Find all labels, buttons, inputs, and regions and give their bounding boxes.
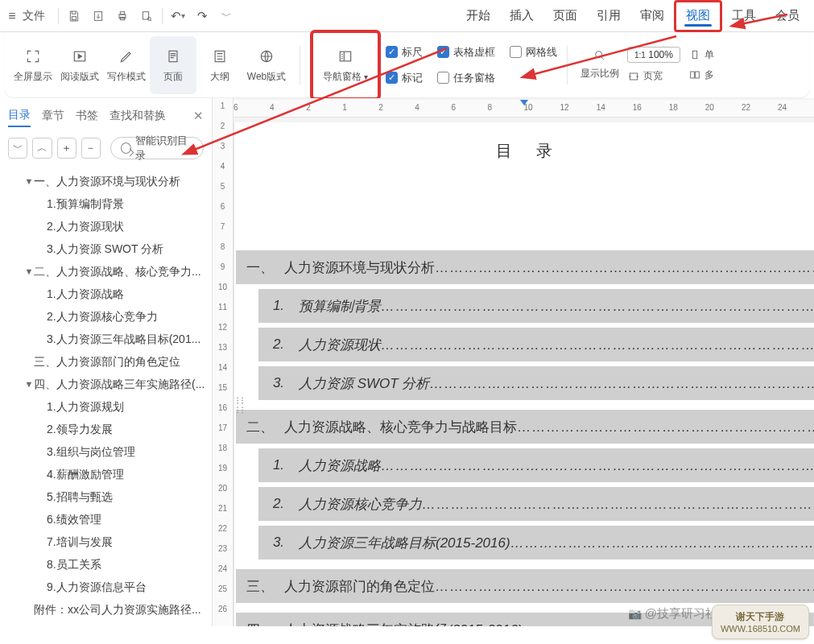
- tree-item[interactable]: 3.人力资源三年战略目标(201...: [6, 328, 209, 350]
- toc-row[interactable]: 一、人力资源环境与现状分析: [236, 250, 814, 284]
- tree-item-label: 8.员工关系: [47, 553, 101, 576]
- collapse-up-button[interactable]: ︿: [32, 138, 52, 159]
- export-icon[interactable]: [88, 6, 109, 27]
- zoom-button[interactable]: 显示比例: [581, 49, 619, 80]
- tree-item[interactable]: 7.培训与发展: [6, 530, 209, 553]
- tree-item[interactable]: ▼一、人力资源环境与现状分析: [6, 170, 209, 192]
- outline-button[interactable]: 大纲: [196, 36, 243, 94]
- menu-tab-会员[interactable]: 会员: [766, 0, 809, 32]
- save-icon[interactable]: [64, 6, 85, 27]
- toc-row[interactable]: 1.预算编制背景: [258, 289, 814, 323]
- toc-row[interactable]: 三、人力资源部门的角色定位: [236, 569, 814, 603]
- tree-item[interactable]: 1.人力资源规划: [6, 395, 209, 418]
- tree-item-label: 7.培训与发展: [47, 530, 113, 553]
- check-gridlines[interactable]: 网格线: [510, 45, 557, 60]
- more-dropdown-icon[interactable]: ﹀: [216, 6, 237, 27]
- toc-tree[interactable]: ▼一、人力资源环境与现状分析1.预算编制背景2.人力资源现状3.人力资源 SWO…: [0, 167, 212, 626]
- reading-layout-button[interactable]: 阅读版式: [56, 36, 103, 94]
- tree-item[interactable]: 2.人力资源核心竞争力: [6, 305, 209, 328]
- fullscreen-button[interactable]: 全屏显示: [10, 36, 56, 94]
- writing-mode-button[interactable]: 写作模式: [103, 36, 150, 94]
- vruler-tick: 19: [213, 464, 233, 473]
- hamburger-icon[interactable]: ≡: [5, 9, 19, 23]
- tab-chapter[interactable]: 章节: [42, 105, 64, 126]
- toc-text: 人力资源三年战略目标(2015-2016): [299, 534, 814, 552]
- vruler-tick: 5: [213, 182, 233, 191]
- preview-icon[interactable]: [136, 6, 157, 27]
- toc-row[interactable]: 2.人力资源核心竞争力: [258, 487, 814, 521]
- tree-item[interactable]: 1.预算编制背景: [6, 192, 209, 215]
- toc-row[interactable]: 1.人力资源战略: [258, 448, 814, 482]
- toc-row[interactable]: 3.人力资源三年战略目标(2015-2016): [258, 526, 814, 559]
- tree-item[interactable]: 9.人力资源信息平台: [6, 576, 209, 598]
- toc-row[interactable]: 二、人力资源战略、核心竞争力与战略目标: [236, 410, 814, 444]
- multi-page-button[interactable]: 多: [688, 68, 714, 82]
- hruler-tick: 4: [270, 103, 275, 112]
- menu-tab-开始[interactable]: 开始: [457, 0, 500, 32]
- remove-heading-button[interactable]: －: [81, 138, 101, 159]
- tree-item[interactable]: 2.人力资源现状: [6, 215, 209, 237]
- tab-find-replace[interactable]: 查找和替换: [109, 105, 166, 126]
- tree-item[interactable]: ▼二、人力资源战略、核心竞争力...: [6, 260, 209, 283]
- vruler-tick: 18: [213, 444, 233, 452]
- page-layout-button[interactable]: 页面: [150, 36, 196, 94]
- tree-item-label: 2.人力资源核心竞争力: [47, 305, 158, 328]
- vruler-tick: 12: [213, 323, 233, 332]
- menu-tab-视图[interactable]: 视图: [674, 0, 722, 32]
- close-icon[interactable]: ✕: [193, 109, 204, 123]
- redo-icon[interactable]: ↷: [192, 6, 213, 27]
- page-icon: [165, 46, 181, 67]
- tree-item[interactable]: 4.薪酬激励管理: [6, 463, 209, 485]
- tree-item[interactable]: 8.员工关系: [6, 553, 209, 576]
- toc-text: 人力资源战略、核心竞争力与战略目标: [284, 418, 814, 436]
- nav-pane-button[interactable]: 导航窗格 ▾: [315, 36, 376, 94]
- smart-toc-button[interactable]: 智能识别目录: [110, 137, 204, 159]
- tree-item[interactable]: 附件：xx公司人力资源实施路径...: [6, 598, 209, 621]
- page-width-button[interactable]: 页宽: [627, 69, 680, 83]
- collapse-down-button[interactable]: ﹀: [8, 138, 27, 159]
- search-circle-icon: [121, 142, 131, 154]
- check-taskpane[interactable]: 任务窗格: [437, 71, 495, 85]
- tree-item[interactable]: 6.绩效管理: [6, 508, 209, 530]
- tree-item[interactable]: 3.人力资源 SWOT 分析: [6, 237, 209, 260]
- menu-tab-审阅[interactable]: 审阅: [630, 0, 674, 32]
- menu-tab-插入[interactable]: 插入: [500, 0, 543, 32]
- drag-handle-icon[interactable]: ⁝⁝⁝⁝: [236, 396, 246, 415]
- vruler-tick: 17: [213, 423, 233, 432]
- tree-item[interactable]: 1.人力资源战略: [6, 283, 209, 305]
- zoom-percent[interactable]: 1:1 100%: [627, 47, 680, 63]
- tab-toc[interactable]: 目录: [8, 105, 31, 127]
- page-width-label: 页宽: [643, 69, 663, 83]
- web-layout-button[interactable]: Web版式: [243, 36, 290, 94]
- toc-text: 人力资源核心竞争力: [299, 495, 814, 514]
- toc-row[interactable]: 3.人力资源 SWOT 分析: [258, 366, 814, 400]
- tree-item[interactable]: 3.组织与岗位管理: [6, 440, 209, 463]
- tree-item[interactable]: ▼四、人力资源战略三年实施路径(...: [6, 373, 209, 395]
- hruler-tick: 2: [378, 103, 383, 112]
- single-label: 单: [705, 48, 714, 62]
- check-ruler[interactable]: ✓标尺: [386, 45, 423, 60]
- svg-rect-14: [692, 51, 696, 58]
- menu-tab-页面[interactable]: 页面: [543, 0, 587, 32]
- toc-text: 人力资源现状: [299, 336, 814, 354]
- check-marks[interactable]: ✓标记: [386, 71, 423, 85]
- single-page-button[interactable]: 单: [688, 48, 714, 62]
- toc-row[interactable]: 2.人力资源现状: [258, 328, 814, 361]
- tree-item-label: 4.薪酬激励管理: [47, 463, 124, 485]
- badge-title: 谢天下手游: [721, 610, 800, 624]
- tab-bookmark[interactable]: 书签: [76, 105, 98, 126]
- watermark-badge: 谢天下手游 WWW.168510.COM: [712, 605, 809, 639]
- tree-item[interactable]: 三、人力资源部门的角色定位: [6, 350, 209, 373]
- document-page[interactable]: 目录 ⁝⁝⁝⁝ 一、人力资源环境与现状分析1.预算编制背景2.人力资源现状3.人…: [233, 122, 814, 626]
- print-icon[interactable]: [112, 6, 133, 27]
- tree-item[interactable]: 2.领导力发展: [6, 418, 209, 440]
- tree-item-label: 2.人力资源现状: [47, 215, 124, 237]
- menu-tab-引用[interactable]: 引用: [587, 0, 630, 32]
- tree-item[interactable]: 5.招聘与甄选: [6, 485, 209, 508]
- file-menu[interactable]: 文件: [23, 9, 45, 23]
- undo-icon[interactable]: ↶▾: [167, 6, 188, 27]
- add-heading-button[interactable]: ＋: [57, 138, 76, 159]
- hruler-tick: 1: [342, 103, 347, 112]
- check-gridframe[interactable]: ✓表格虚框: [437, 45, 495, 60]
- menu-tab-工具[interactable]: 工具: [722, 0, 766, 32]
